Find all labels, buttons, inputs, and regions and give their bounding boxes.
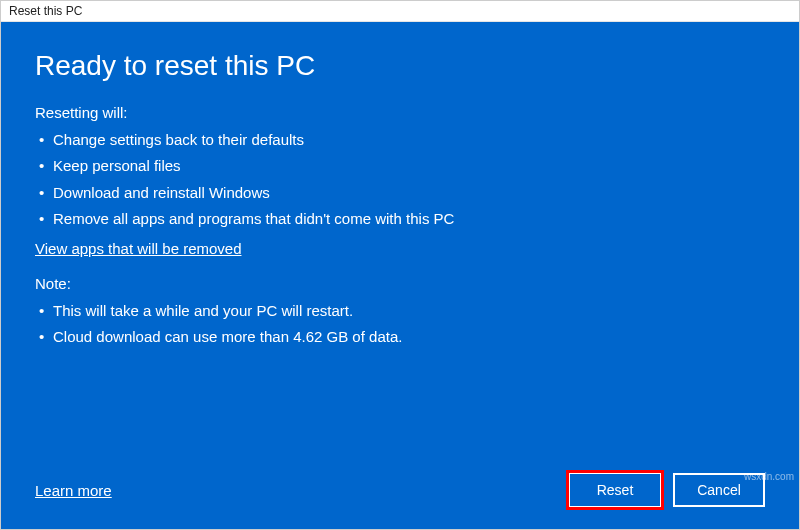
dialog-footer: Learn more Reset Cancel: [35, 473, 765, 507]
list-item: This will take a while and your PC will …: [35, 298, 765, 324]
list-item: Cloud download can use more than 4.62 GB…: [35, 324, 765, 350]
watermark: wsxdn.com: [744, 471, 794, 482]
spacer: [35, 359, 765, 464]
window-title: Reset this PC: [9, 4, 82, 18]
list-item: Keep personal files: [35, 153, 765, 179]
reset-pc-dialog: Reset this PC Ready to reset this PC Res…: [0, 0, 800, 530]
resetting-list: Change settings back to their defaults K…: [35, 127, 765, 232]
button-row: Reset Cancel: [569, 473, 765, 507]
page-heading: Ready to reset this PC: [35, 50, 765, 82]
resetting-label: Resetting will:: [35, 104, 765, 121]
note-label: Note:: [35, 275, 765, 292]
window-titlebar: Reset this PC: [1, 1, 799, 22]
dialog-content: Ready to reset this PC Resetting will: C…: [1, 22, 799, 529]
note-list: This will take a while and your PC will …: [35, 298, 765, 351]
learn-more-link[interactable]: Learn more: [35, 482, 112, 499]
view-apps-link[interactable]: View apps that will be removed: [35, 240, 765, 257]
list-item: Download and reinstall Windows: [35, 180, 765, 206]
list-item: Change settings back to their defaults: [35, 127, 765, 153]
list-item: Remove all apps and programs that didn't…: [35, 206, 765, 232]
reset-button[interactable]: Reset: [569, 473, 661, 507]
